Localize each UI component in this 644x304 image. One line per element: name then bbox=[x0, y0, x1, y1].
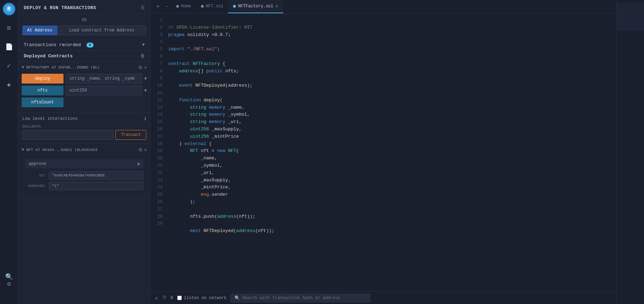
nftfactory-copy-icon[interactable]: ⧉ bbox=[139, 65, 142, 70]
tab-nftfactory-sol[interactable]: NFTFactory.sol ✕ bbox=[228, 0, 283, 13]
deploy-chevron-icon[interactable]: ▼ bbox=[144, 76, 147, 81]
nft-copy-icon[interactable]: ⧉ bbox=[139, 147, 142, 153]
panel-menu-icon[interactable]: ☰ bbox=[141, 5, 145, 10]
nftfactory-contract-header: ▼ NFTFACTORY AT 0XF0B...EDBBD (BL( ⧉ ✕ bbox=[22, 65, 147, 70]
transactions-row: Transactions recorded 6 ▼ bbox=[18, 39, 150, 51]
nft-contract-block: ▼ NFT AT 0X4A4...5AD21 (BLOCKCHAI ⧉ ✕ ap… bbox=[18, 144, 150, 199]
search-icon: 🔍 bbox=[234, 295, 240, 301]
transactions-badge: 6 bbox=[87, 43, 94, 48]
nft-contract-name: NFT AT 0X4A4...5AD21 (BLOCKCHAI bbox=[26, 148, 137, 152]
panel-title: DEPLOY & RUN TRANSACTIONS bbox=[24, 5, 96, 10]
icon-bar: R ⊞ 📄 ✓ ◆ 🔍 ⚙ bbox=[0, 0, 18, 304]
left-panel: DEPLOY & RUN TRANSACTIONS ☰ OR At Addres… bbox=[18, 0, 151, 304]
low-level-header: Low level interactions ℹ bbox=[22, 116, 146, 122]
transactions-chevron-icon[interactable]: ▼ bbox=[142, 42, 145, 48]
right-mini-preview bbox=[616, 0, 644, 304]
trash-icon[interactable]: 🗑 bbox=[140, 53, 145, 59]
nfts-count-function-row: nftsCount bbox=[22, 97, 147, 107]
line-numbers: 1 2 3 4 5 6 7 8 9 10 11 12 13 14 15 16 1… bbox=[151, 13, 168, 291]
search-input[interactable] bbox=[242, 296, 366, 301]
address-buttons: At Address Load contract from Address bbox=[18, 26, 150, 39]
approve-chevron-icon[interactable]: ▲ bbox=[137, 161, 140, 166]
tab-nft-sol[interactable]: NFT.sol bbox=[196, 0, 228, 13]
sidebar-icon-deploy[interactable]: ✓ bbox=[3, 59, 15, 72]
listen-network-group: listen on network bbox=[177, 296, 226, 301]
nfts-input[interactable] bbox=[66, 86, 142, 95]
nftfactory-contract-name: NFTFACTORY AT 0XF0B...EDBBD (BL( bbox=[26, 65, 137, 70]
nft-chevron-icon[interactable]: ▼ bbox=[22, 147, 24, 152]
zoom-in-icon[interactable]: + bbox=[153, 2, 163, 11]
tab-bar: + - Home NFT.sol NFTFactory.sol ✕ bbox=[151, 0, 616, 13]
panel-header: DEPLOY & RUN TRANSACTIONS ☰ bbox=[18, 0, 150, 14]
revert-icon[interactable]: ↺ bbox=[155, 295, 158, 301]
approve-header[interactable]: approve ▲ bbox=[25, 159, 143, 168]
code-area: 1 2 3 4 5 6 7 8 9 10 11 12 13 14 15 16 1… bbox=[151, 13, 616, 291]
transact-button[interactable]: Transact bbox=[115, 130, 146, 140]
nftfactory-tab-label: NFTFactory.sol bbox=[238, 4, 273, 9]
sidebar-icon-settings[interactable]: ⚙ bbox=[3, 277, 15, 290]
info-icon[interactable]: ℹ bbox=[144, 116, 146, 122]
search-bar: 🔍 bbox=[231, 294, 370, 302]
clock-icon[interactable]: ⏱ bbox=[162, 295, 166, 301]
bottom-bar: ↺ ⏱ 0 listen on network 🔍 bbox=[151, 291, 616, 304]
logo-icon[interactable]: R bbox=[3, 3, 15, 15]
nft-close-icon[interactable]: ✕ bbox=[144, 147, 147, 153]
approve-label: approve bbox=[29, 161, 46, 166]
home-tab-dot bbox=[176, 5, 179, 8]
nft-contract-header: ▼ NFT AT 0X4A4...5AD21 (BLOCKCHAI ⧉ ✕ bbox=[22, 147, 147, 153]
calldata-row: Transact bbox=[22, 130, 146, 140]
transaction-count: 0 bbox=[171, 296, 173, 301]
sidebar-icon-plugins[interactable]: ◆ bbox=[3, 78, 15, 91]
code-content[interactable]: // SPDX-License-Identifier: MIT pragma s… bbox=[168, 13, 616, 291]
nftfactory-tab-close-icon[interactable]: ✕ bbox=[275, 4, 278, 9]
to-key-label: to: bbox=[25, 173, 46, 178]
approve-to-row: to: bbox=[25, 171, 143, 180]
deployed-label: Deployed Contracts bbox=[24, 53, 73, 59]
at-address-button[interactable]: At Address bbox=[22, 26, 57, 35]
low-level-title: Low level interactions bbox=[22, 116, 77, 121]
nfts-count-button[interactable]: nftsCount bbox=[22, 97, 63, 107]
deploy-input[interactable] bbox=[66, 74, 142, 84]
sidebar-icon-contracts[interactable]: 📄 bbox=[3, 41, 15, 53]
deploy-button[interactable]: deploy bbox=[22, 74, 63, 84]
nftfactory-close-icon[interactable]: ✕ bbox=[144, 65, 147, 70]
approve-section: approve ▲ to: tokenId: bbox=[22, 156, 147, 195]
nftfactory-contract-block: ▼ NFTFACTORY AT 0XF0B...EDBBD (BL( ⧉ ✕ d… bbox=[18, 62, 150, 113]
transactions-label-group: Transactions recorded 6 bbox=[24, 42, 93, 48]
deploy-function-row: deploy ▼ bbox=[22, 74, 147, 84]
load-contract-button[interactable]: Load contract from Address bbox=[57, 26, 146, 35]
approve-tokenid-row: tokenId: bbox=[25, 182, 143, 190]
tokenid-input[interactable] bbox=[49, 182, 143, 190]
low-level-section: Low level interactions ℹ CALLDATA Transa… bbox=[18, 113, 150, 144]
nftfactory-tab-dot bbox=[233, 5, 236, 8]
listen-network-checkbox[interactable] bbox=[177, 296, 182, 300]
sidebar-icon-files[interactable]: ⊞ bbox=[3, 22, 15, 34]
listen-network-label: listen on network bbox=[184, 296, 226, 301]
home-tab-label: Home bbox=[181, 4, 191, 9]
zoom-out-icon[interactable]: - bbox=[163, 2, 172, 11]
nfts-function-row: nfts ▼ bbox=[22, 86, 147, 95]
nfts-button[interactable]: nfts bbox=[22, 86, 63, 95]
main-area: + - Home NFT.sol NFTFactory.sol ✕ 1 2 3 … bbox=[151, 0, 616, 304]
transactions-label: Transactions recorded bbox=[24, 42, 81, 48]
tab-home[interactable]: Home bbox=[171, 0, 196, 13]
deployed-row: Deployed Contracts 🗑 bbox=[18, 51, 150, 62]
nft-tab-label: NFT.sol bbox=[206, 4, 223, 9]
nftfactory-chevron-icon[interactable]: ▼ bbox=[22, 65, 24, 70]
nfts-chevron-icon[interactable]: ▼ bbox=[144, 88, 147, 93]
to-input[interactable] bbox=[49, 171, 143, 180]
nft-tab-dot bbox=[201, 5, 204, 8]
calldata-label: CALLDATA bbox=[22, 124, 146, 129]
calldata-input[interactable] bbox=[22, 130, 113, 140]
tokenid-key-label: tokenId: bbox=[25, 184, 46, 188]
or-label: OR bbox=[18, 14, 150, 26]
